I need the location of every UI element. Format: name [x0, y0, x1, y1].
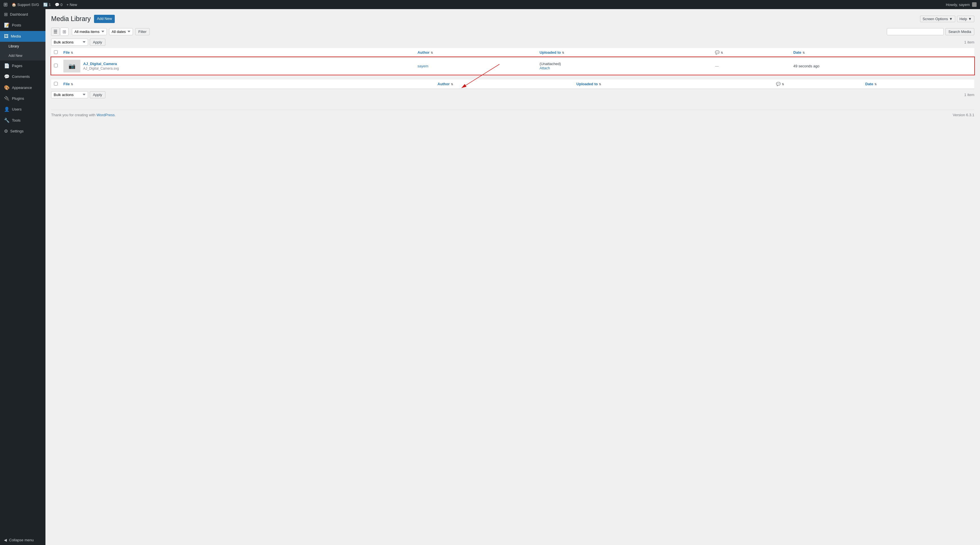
sidebar-label-users: Users [12, 107, 22, 112]
screen-options-label: Screen Options [923, 17, 948, 21]
help-button[interactable]: Help ▼ [957, 16, 974, 22]
bottom-date-header[interactable]: Date ⇅ [862, 80, 974, 89]
author-link[interactable]: sayem [418, 64, 428, 68]
wp-logo-icon[interactable]: ⊞ [3, 2, 8, 8]
screen-options-button[interactable]: Screen Options ▼ [920, 16, 955, 22]
avatar [972, 2, 977, 7]
sidebar-label-tools: Tools [12, 118, 21, 123]
date-column-header[interactable]: Date ⇅ [791, 48, 974, 57]
file-cell: 📷 AJ_Digital_Camera AJ_Digital_Camera.sv… [60, 57, 415, 75]
date-value: 49 seconds ago [793, 64, 819, 68]
annotation-container: Bulk actions Apply 1 item File ⇅ A [51, 39, 974, 98]
file-subname: AJ_Digital_Camera.svg [83, 67, 119, 70]
collapse-menu-button[interactable]: ◀ Collapse menu [0, 535, 45, 545]
top-bulk-actions-select[interactable]: Bulk actions [51, 39, 88, 46]
page-header-left: Media Library Add New [51, 15, 115, 23]
help-label: Help [959, 17, 967, 21]
grid-view-icon: ⊞ [62, 29, 66, 34]
bottom-select-all-checkbox[interactable] [54, 82, 58, 86]
sidebar-item-tools[interactable]: 🔧 Tools [0, 115, 45, 126]
bottom-author-sort-icon: ⇅ [451, 83, 453, 86]
comments-value: — [715, 64, 719, 68]
sidebar-label-comments: Comments [12, 74, 30, 79]
wordpress-link[interactable]: WordPress [97, 113, 115, 117]
sidebar-item-library[interactable]: Library [0, 42, 45, 51]
search-media-button[interactable]: Search Media [945, 28, 974, 35]
sidebar-item-dashboard[interactable]: ⊞ Dashboard [0, 9, 45, 20]
help-arrow-icon: ▼ [968, 17, 972, 21]
footer: Thank you for creating with WordPress. V… [51, 110, 974, 120]
comments-bar[interactable]: 💬 0 [55, 3, 62, 7]
sidebar-item-posts[interactable]: 📝 Posts [0, 20, 45, 31]
file-column-header[interactable]: File ⇅ [60, 48, 415, 57]
sidebar-item-settings[interactable]: ⚙ Settings [0, 126, 45, 137]
site-name-label: Support SVG [18, 3, 39, 7]
list-view-button[interactable]: ☰ [51, 27, 60, 36]
bottom-apply-button[interactable]: Apply [90, 91, 105, 98]
file-info: AJ_Digital_Camera AJ_Digital_Camera.svg [83, 62, 119, 70]
uploaded-to-column-header[interactable]: Uploaded to ⇅ [536, 48, 712, 57]
sidebar-item-pages[interactable]: 📄 Pages [0, 61, 45, 71]
sidebar-item-add-new-media[interactable]: Add New [0, 51, 45, 61]
new-item-bar[interactable]: + New [67, 3, 77, 7]
sidebar: ⊞ Dashboard 📝 Posts 🖼 Media Library Add … [0, 9, 45, 545]
select-all-checkbox[interactable] [54, 50, 58, 54]
sidebar-label-library: Library [8, 44, 19, 49]
bottom-bulk-actions-bar: Bulk actions Apply 1 item [51, 91, 974, 98]
camera-icon: 📷 [68, 62, 76, 69]
media-type-filter[interactable]: All media items [72, 28, 107, 35]
add-new-button[interactable]: Add New [94, 15, 115, 23]
sidebar-label-posts: Posts [12, 23, 21, 28]
bottom-select-all-header [51, 80, 60, 89]
view-toggle-buttons: ☰ ⊞ [51, 27, 68, 36]
grid-view-button[interactable]: ⊞ [60, 27, 68, 36]
bottom-file-sort-icon: ⇅ [71, 83, 73, 86]
file-sort-icon: ⇅ [71, 51, 73, 54]
media-table-top: File ⇅ Author ⇅ Uploaded to ⇅ 💬 ⇅ [51, 48, 974, 75]
main-content: Media Library Add New Screen Options ▼ H… [45, 9, 980, 545]
date-cell: 49 seconds ago [791, 57, 974, 75]
settings-icon: ⚙ [4, 128, 8, 134]
filter-button[interactable]: Filter [135, 28, 150, 35]
sidebar-item-users[interactable]: 👤 Users [0, 104, 45, 115]
home-icon: 🏠 [12, 3, 16, 7]
bottom-bulk-actions-select[interactable]: Bulk actions [51, 91, 88, 98]
author-column-header[interactable]: Author ⇅ [415, 48, 537, 57]
site-name-bar[interactable]: 🏠 Support SVG [12, 3, 39, 7]
page-title: Media Library [51, 15, 91, 23]
footer-text: Thank you for creating with WordPress. [51, 113, 116, 117]
bottom-author-header[interactable]: Author ⇅ [434, 80, 574, 89]
updates-icon: 🔄 [43, 3, 48, 7]
bottom-file-header[interactable]: File ⇅ [60, 80, 434, 89]
uploaded-sort-icon: ⇅ [562, 51, 564, 54]
row-checkbox[interactable] [54, 64, 58, 67]
top-apply-button[interactable]: Apply [90, 39, 105, 46]
sidebar-label-settings: Settings [10, 129, 24, 134]
media-table-bottom: File ⇅ Author ⇅ Uploaded to ⇅ 💬 ⇅ [51, 80, 974, 89]
comments-sort-icon: ⇅ [721, 51, 723, 54]
author-sort-icon: ⇅ [431, 51, 433, 54]
comments-column-header: 💬 ⇅ [712, 48, 791, 57]
sidebar-item-plugins[interactable]: 🔌 Plugins [0, 93, 45, 104]
sidebar-label-plugins: Plugins [12, 96, 24, 101]
file-name-link[interactable]: AJ_Digital_Camera [83, 62, 119, 66]
sidebar-item-appearance[interactable]: 🎨 Appearance [0, 83, 45, 93]
page-header: Media Library Add New Screen Options ▼ H… [51, 15, 974, 23]
search-input[interactable] [887, 28, 943, 35]
bottom-uploaded-header[interactable]: Uploaded to ⇅ [574, 80, 773, 89]
sidebar-item-media[interactable]: 🖼 Media [0, 31, 45, 42]
list-view-icon: ☰ [53, 29, 57, 34]
updates-bar[interactable]: 🔄 1 [43, 3, 51, 7]
howdy-label: Howdy, sayem [946, 3, 970, 7]
bottom-item-count: 1 item [964, 92, 974, 97]
sidebar-label-add-new-media: Add New [8, 53, 22, 58]
row-checkbox-cell [51, 57, 60, 75]
sidebar-item-comments[interactable]: 💬 Comments [0, 71, 45, 82]
updates-count: 1 [49, 3, 51, 7]
attach-link[interactable]: Attach [539, 66, 709, 70]
date-filter[interactable]: All dates [109, 28, 133, 35]
comments-bar-icon: 💬 [55, 3, 59, 7]
comments-header-icon: 💬 [715, 50, 719, 54]
toolbar: ☰ ⊞ All media items All dates Filter Sea… [51, 27, 974, 36]
uploaded-to-cell: (Unattached) Attach [536, 57, 712, 75]
